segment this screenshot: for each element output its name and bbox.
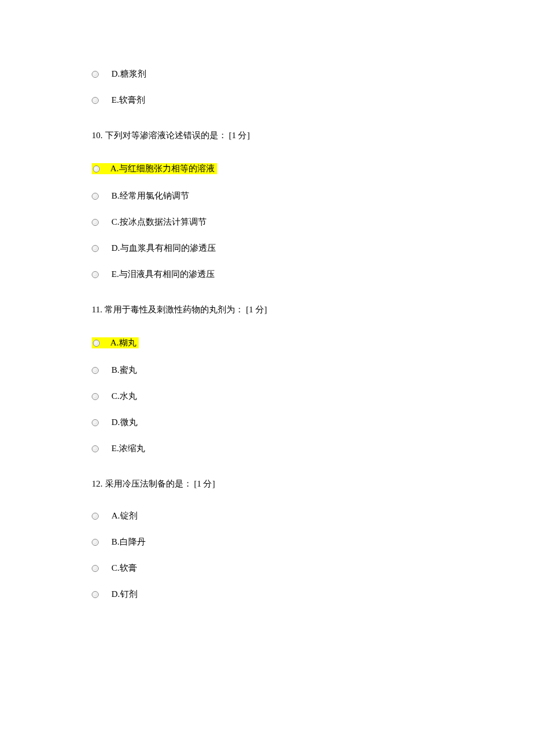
option-label: E.与泪液具有相同的渗透压: [111, 270, 215, 279]
option-row: A.糊丸: [92, 337, 453, 348]
option-row: E.软膏剂: [92, 96, 453, 105]
radio-icon[interactable]: [92, 591, 99, 598]
option-row: E.浓缩丸: [92, 444, 453, 453]
option-row: B.白降丹: [92, 538, 453, 546]
radio-icon[interactable]: [92, 419, 99, 426]
option-label: E.浓缩丸: [111, 444, 145, 453]
radio-icon[interactable]: [92, 539, 99, 546]
radio-icon[interactable]: [92, 565, 99, 572]
option-label: D.糖浆剂: [111, 70, 146, 78]
radio-icon[interactable]: [92, 271, 99, 278]
radio-icon[interactable]: [92, 97, 99, 104]
radio-icon[interactable]: [92, 513, 99, 520]
option-label: E.软膏剂: [111, 96, 145, 105]
option-label: B.经常用氯化钠调节: [111, 192, 189, 200]
radio-icon[interactable]: [93, 165, 100, 172]
radio-icon[interactable]: [92, 71, 99, 78]
option-row: C.软膏: [92, 564, 453, 573]
option-row: C.按冰点数据法计算调节: [92, 218, 453, 226]
option-label: C.按冰点数据法计算调节: [111, 218, 207, 226]
option-label: A.糊丸: [110, 339, 136, 347]
option-label: A.锭剂: [111, 512, 138, 520]
radio-icon[interactable]: [93, 340, 100, 347]
option-label: C.水丸: [111, 392, 137, 401]
option-label: C.软膏: [111, 564, 137, 573]
option-row: D.微丸: [92, 418, 453, 427]
highlighted-answer: A.与红细胞张力相等的溶液: [92, 163, 217, 174]
option-row: D.与血浆具有相同的渗透压: [92, 244, 453, 253]
option-label: B.白降丹: [111, 538, 146, 546]
option-row: D.钉剂: [92, 590, 453, 599]
option-label: B.蜜丸: [111, 366, 137, 375]
radio-icon[interactable]: [92, 245, 99, 252]
option-row: B.经常用氯化钠调节: [92, 192, 453, 200]
question-12-text: 12. 采用冷压法制备的是： [1 分]: [92, 478, 453, 489]
option-row: A.锭剂: [92, 512, 453, 520]
radio-icon[interactable]: [92, 445, 99, 452]
question-11-text: 11. 常用于毒性及刺激性药物的丸剂为： [1 分]: [92, 304, 453, 315]
option-label: D.钉剂: [111, 590, 138, 599]
option-row: D.糖浆剂: [92, 70, 453, 78]
exam-page: D.糖浆剂 E.软膏剂 10. 下列对等渗溶液论述错误的是： [1 分] A.与…: [0, 0, 534, 663]
option-label: D.微丸: [111, 418, 138, 427]
option-label: A.与红细胞张力相等的溶液: [110, 164, 215, 173]
option-row: E.与泪液具有相同的渗透压: [92, 270, 453, 279]
radio-icon[interactable]: [92, 219, 99, 226]
option-label: D.与血浆具有相同的渗透压: [111, 244, 216, 253]
question-10-text: 10. 下列对等渗溶液论述错误的是： [1 分]: [92, 130, 453, 141]
option-row: A.与红细胞张力相等的溶液: [92, 163, 453, 174]
prev-question-options: D.糖浆剂 E.软膏剂: [92, 70, 453, 105]
highlighted-answer: A.糊丸: [92, 337, 139, 348]
option-row: C.水丸: [92, 392, 453, 401]
option-row: B.蜜丸: [92, 366, 453, 375]
radio-icon[interactable]: [92, 393, 99, 400]
radio-icon[interactable]: [92, 193, 99, 200]
radio-icon[interactable]: [92, 367, 99, 374]
